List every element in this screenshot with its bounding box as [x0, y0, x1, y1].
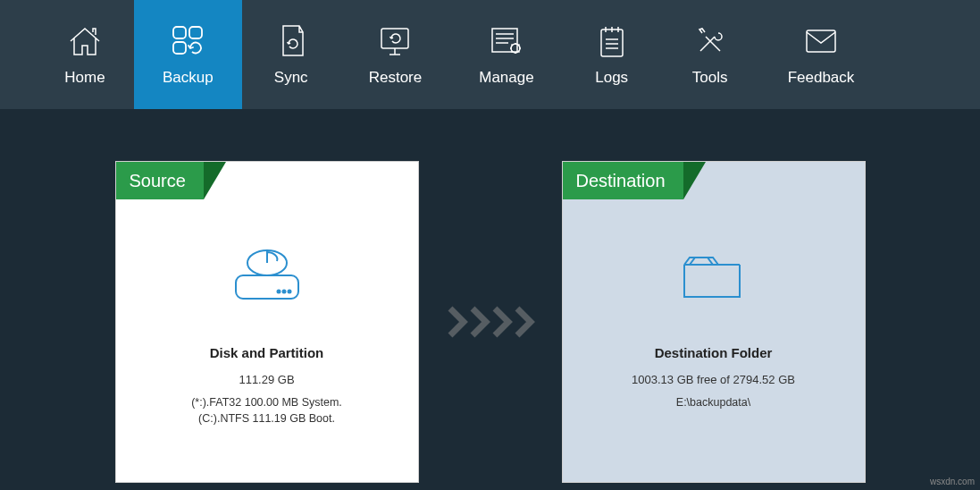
nav-backup[interactable]: Backup — [134, 0, 242, 109]
main-content: Source Disk and Partition 111.29 GB (*:)… — [0, 109, 980, 490]
svg-rect-2 — [173, 42, 186, 54]
svg-rect-0 — [173, 27, 186, 38]
nav-backup-label: Backup — [163, 69, 214, 87]
svg-rect-1 — [189, 27, 202, 38]
nav-restore[interactable]: Restore — [340, 0, 451, 109]
source-size: 111.29 GB — [116, 373, 418, 386]
arrow-separator — [446, 304, 535, 340]
source-line1: (*:).FAT32 100.00 MB System. — [116, 395, 418, 411]
destination-tab-label: Destination — [563, 162, 683, 199]
svg-rect-4 — [492, 29, 517, 52]
backup-icon — [170, 22, 205, 60]
nav-restore-label: Restore — [369, 69, 423, 87]
destination-title: Destination Folder — [563, 345, 865, 360]
nav-feedback[interactable]: Feedback — [759, 0, 884, 109]
destination-free: 1003.13 GB free of 2794.52 GB — [563, 373, 865, 386]
svg-rect-6 — [601, 30, 623, 56]
destination-path: E:\backupdata\ — [563, 395, 865, 411]
destination-tab: Destination — [563, 162, 706, 199]
nav-home[interactable]: Home — [36, 0, 134, 109]
svg-point-10 — [288, 290, 290, 292]
nav-home-label: Home — [64, 69, 105, 87]
nav-sync-label: Sync — [274, 69, 308, 87]
nav-feedback-label: Feedback — [788, 69, 855, 87]
tools-icon — [692, 22, 728, 60]
logs-icon — [594, 22, 630, 60]
nav-tools-label: Tools — [692, 69, 728, 87]
sync-icon — [273, 22, 309, 60]
nav-manage-label: Manage — [479, 69, 533, 87]
svg-rect-7 — [807, 30, 835, 52]
source-panel[interactable]: Source Disk and Partition 111.29 GB (*:)… — [115, 161, 419, 483]
source-title: Disk and Partition — [116, 345, 418, 360]
manage-icon — [489, 22, 524, 60]
nav-sync[interactable]: Sync — [242, 0, 340, 109]
source-line2: (C:).NTFS 111.19 GB Boot. — [116, 411, 418, 427]
restore-icon — [377, 22, 413, 60]
svg-point-11 — [282, 290, 285, 292]
source-tab: Source — [116, 162, 226, 199]
nav-logs-label: Logs — [595, 69, 628, 87]
folder-icon — [563, 238, 865, 314]
svg-point-12 — [277, 290, 280, 292]
nav-manage[interactable]: Manage — [450, 0, 562, 109]
destination-panel[interactable]: Destination Destination Folder 1003.13 G… — [562, 161, 866, 483]
feedback-icon — [803, 22, 839, 60]
home-icon — [67, 22, 103, 60]
top-nav: Home Backup Sync — [0, 0, 980, 109]
source-details: (*:).FAT32 100.00 MB System. (C:).NTFS 1… — [116, 395, 418, 427]
svg-rect-3 — [381, 29, 408, 48]
source-tab-label: Source — [116, 162, 204, 199]
nav-tools[interactable]: Tools — [661, 0, 759, 109]
watermark: wsxdn.com — [930, 477, 975, 486]
disk-icon — [116, 238, 418, 314]
svg-rect-8 — [236, 275, 298, 299]
nav-logs[interactable]: Logs — [563, 0, 661, 109]
